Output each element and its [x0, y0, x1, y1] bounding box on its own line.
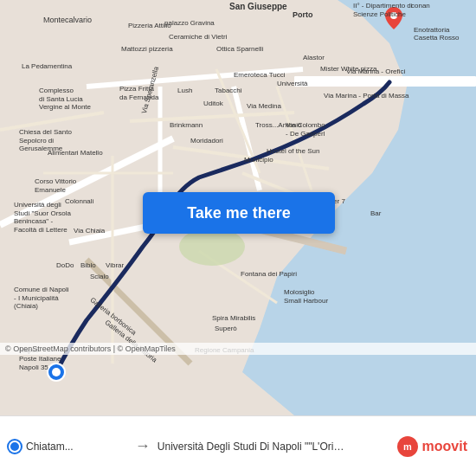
to-section: Università Degli Studi Di Napoli ""L'Ori…: [158, 441, 396, 453]
svg-point-23: [390, 12, 397, 19]
moovit-text: moovit: [422, 439, 467, 454]
direction-arrow: →: [135, 437, 151, 455]
svg-text:m: m: [403, 441, 412, 452]
from-dot: [9, 441, 21, 453]
bottom-bar: Chiatam... → Università Degli Studi Di N…: [0, 415, 476, 476]
moovit-logo: m moovit: [396, 435, 467, 458]
to-label: Università Degli Studi Di Napoli ""L'Ori…: [158, 441, 348, 453]
from-section: Chiatam...: [9, 441, 128, 453]
take-me-there-button[interactable]: Take me there: [143, 192, 335, 234]
attribution-bar: © OpenStreetMap contributors | © OpenMap…: [0, 343, 476, 355]
from-label: Chiatam...: [26, 441, 74, 453]
map-container: San Giuseppe Montecalvario La Pedamentin…: [0, 0, 476, 415]
attribution-text: © OpenStreetMap contributors | © OpenMap…: [5, 344, 176, 353]
svg-point-22: [52, 368, 61, 376]
moovit-icon: m: [396, 435, 419, 458]
